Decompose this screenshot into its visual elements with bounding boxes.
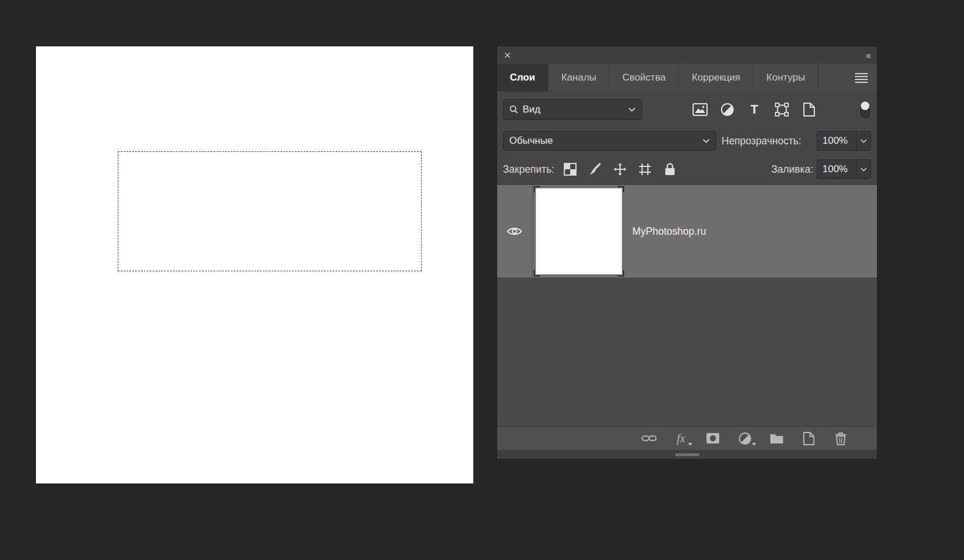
shape-icon [775,103,789,117]
filter-adjustment-layers-button[interactable] [719,102,735,118]
filter-kind-value: Вид [523,104,541,115]
caret-down-icon [688,443,693,446]
layer-mask-icon [706,432,720,444]
tab-layers[interactable]: Слои [497,64,549,92]
filter-smart-objects-button[interactable] [801,102,817,118]
artboard-icon [639,163,651,176]
hamburger-menu-icon [855,73,868,83]
opacity-dropdown-button[interactable] [856,132,871,150]
layers-bottom-toolbar: fx [497,426,877,450]
toggle-knob-icon [861,101,869,110]
layer-visibility-button[interactable] [497,185,532,278]
thumbnail-corner-mark [534,270,540,277]
lock-buttons [563,162,677,177]
marquee-selection [118,151,422,271]
blend-opacity-row: Обычные Непрозрачность: 100% [497,128,877,154]
blend-mode-value: Обычные [509,135,553,147]
image-icon [693,103,708,116]
document-canvas[interactable] [36,46,473,483]
new-adjustment-layer-button[interactable] [737,431,752,446]
new-layer-icon [803,432,815,445]
chain-link-icon [642,434,657,442]
opacity-field[interactable]: 100% [817,131,871,151]
lock-label: Закрепить: [503,163,555,176]
blend-mode-dropdown[interactable]: Обычные [503,131,716,151]
opacity-label: Непрозрачность: [722,135,801,147]
filter-type-buttons: T [692,102,817,118]
lock-all-button[interactable] [662,162,677,177]
new-layer-button[interactable] [801,431,816,446]
panel-tab-bar: Слои Каналы Свойства Коррекция Контуры [497,64,877,92]
adjustment-icon [720,103,734,117]
link-layers-button[interactable] [642,431,657,446]
fill-label: Заливка: [771,163,813,176]
trash-icon [835,432,847,445]
delete-layer-button[interactable] [833,431,848,446]
layer-filter-toggle[interactable] [860,101,870,118]
panel-resize-strip[interactable] [497,450,877,459]
filter-kind-dropdown[interactable]: Вид [503,99,642,120]
layer-list[interactable]: MyPhotoshop.ru [497,184,877,426]
filter-shape-layers-button[interactable] [774,102,789,118]
fx-icon: fx [677,432,685,445]
smart-object-icon [803,103,816,117]
tab-paths[interactable]: Контуры [753,64,818,92]
fill-value: 100% [817,163,856,175]
type-icon: T [751,103,758,116]
panel-menu-button[interactable] [846,64,877,92]
filter-type-layers-button[interactable]: T [746,102,762,118]
lock-icon [664,162,676,176]
opacity-value: 100% [817,135,856,147]
tab-properties[interactable]: Свойства [610,64,679,92]
resize-handle [675,453,700,456]
checkerboard-icon [564,163,577,176]
tab-adjustments[interactable]: Коррекция [679,64,754,92]
lock-fill-row: Закрепить: [497,154,877,184]
thumbnail-corner-mark [618,270,624,277]
tab-channels[interactable]: Каналы [549,64,610,92]
application-window: × « Слои Каналы Свойства Коррекция Конту… [0,0,964,560]
lock-transparency-button[interactable] [563,162,578,177]
add-layer-mask-button[interactable] [705,431,720,446]
move-icon [613,162,627,176]
fill-field[interactable]: 100% [817,159,871,179]
search-icon [509,105,519,114]
layers-panel: × « Слои Каналы Свойства Коррекция Конту… [497,46,877,459]
chevron-down-icon [860,139,867,143]
folder-icon [770,432,784,444]
new-group-button[interactable] [769,431,784,446]
filter-pixel-layers-button[interactable] [692,102,708,118]
layer-name[interactable]: MyPhotoshop.ru [632,185,706,278]
thumbnail-corner-mark [618,186,624,192]
brush-icon [588,162,602,176]
lock-position-button[interactable] [613,162,628,177]
layer-thumbnail-image [536,188,622,274]
layer-filter-row: Вид [497,92,877,128]
thumbnail-corner-mark [534,186,540,192]
eye-icon [506,226,523,237]
adjustment-icon [738,432,752,445]
caret-down-icon [752,443,756,446]
layer-style-button[interactable]: fx [673,431,688,446]
chevron-down-icon [860,168,867,172]
chevron-down-icon [702,139,710,143]
chevron-down-icon [628,107,636,112]
layer-row[interactable]: MyPhotoshop.ru [497,184,877,278]
fill-dropdown-button[interactable] [856,160,871,179]
lock-pixels-button[interactable] [588,162,603,177]
panel-header: × « [497,46,877,64]
lock-artboard-nesting-button[interactable] [637,162,653,177]
collapse-panel-icon[interactable]: « [866,50,870,60]
layer-thumbnail[interactable] [532,185,625,278]
close-icon[interactable]: × [504,49,511,61]
